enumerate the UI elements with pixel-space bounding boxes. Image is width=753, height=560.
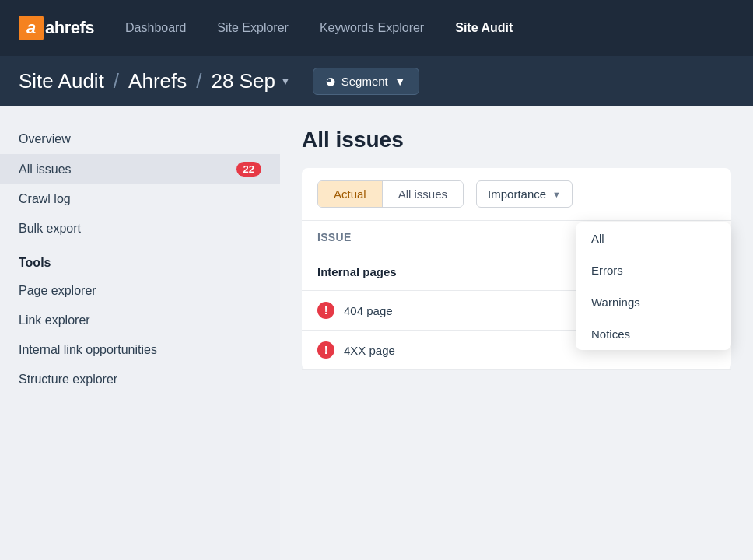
segment-button[interactable]: ◕ Segment ▼ — [313, 68, 419, 95]
issues-card: Actual All issues Importance ▼ All Error… — [302, 168, 731, 370]
top-navigation: a ahrefs Dashboard Site Explorer Keyword… — [0, 0, 753, 56]
page-title: All issues — [302, 128, 731, 152]
toggle-actual[interactable]: Actual — [318, 181, 383, 207]
all-issues-badge: 22 — [236, 162, 261, 177]
dropdown-option-errors[interactable]: Errors — [576, 254, 731, 286]
dropdown-option-warnings[interactable]: Warnings — [576, 286, 731, 318]
nav-site-audit[interactable]: Site Audit — [443, 15, 525, 41]
sidebar-item-all-issues[interactable]: All issues 22 — [0, 154, 280, 184]
segment-pie-icon: ◕ — [326, 75, 335, 87]
nav-keywords-explorer[interactable]: Keywords Explorer — [307, 15, 436, 41]
sidebar-page-explorer-label: Page explorer — [19, 284, 96, 298]
breadcrumb-sep-2: / — [196, 69, 201, 93]
sidebar-all-issues-label: All issues — [19, 163, 72, 177]
issue-text-404: 404 page — [344, 304, 393, 317]
importance-chevron-icon: ▼ — [552, 190, 561, 199]
sidebar-bulk-export-label: Bulk export — [19, 222, 81, 236]
dropdown-option-all[interactable]: All — [576, 222, 731, 254]
sidebar-item-crawl-log[interactable]: Crawl log — [0, 184, 280, 214]
error-icon-404 — [317, 302, 334, 319]
internal-pages-label: Internal pages — [317, 265, 397, 278]
sidebar: Overview All issues 22 Crawl log Bulk ex… — [0, 106, 280, 560]
issue-column-header: Issue — [317, 231, 352, 243]
sidebar-link-explorer-label: Link explorer — [19, 313, 90, 327]
issue-text-4xx: 4XX page — [344, 344, 395, 357]
main-layout: Overview All issues 22 Crawl log Bulk ex… — [0, 106, 753, 560]
nav-dashboard[interactable]: Dashboard — [113, 15, 198, 41]
toggle-all-issues[interactable]: All issues — [383, 181, 463, 207]
view-toggle-group: Actual All issues — [317, 180, 464, 208]
breadcrumb-site-audit: Site Audit — [19, 69, 104, 93]
sidebar-structure-explorer-label: Structure explorer — [19, 373, 117, 387]
segment-chevron-icon: ▼ — [394, 75, 406, 88]
sidebar-item-bulk-export[interactable]: Bulk export — [0, 214, 280, 243]
segment-label: Segment — [341, 75, 388, 88]
sidebar-item-internal-link-opportunities[interactable]: Internal link opportunities — [0, 335, 280, 365]
breadcrumb-date[interactable]: 28 Sep ▼ — [211, 69, 290, 93]
breadcrumb-sep-1: / — [114, 69, 119, 93]
importance-label: Importance — [488, 187, 546, 201]
logo-text: ahrefs — [45, 18, 94, 38]
logo[interactable]: a ahrefs — [19, 16, 94, 40]
sidebar-item-overview[interactable]: Overview — [0, 124, 280, 154]
sidebar-item-structure-explorer[interactable]: Structure explorer — [0, 365, 280, 394]
sidebar-item-link-explorer[interactable]: Link explorer — [0, 306, 280, 335]
main-content: All issues Actual All issues Importance … — [280, 106, 753, 560]
tools-section-title: Tools — [0, 243, 280, 276]
breadcrumb-date-chevron-icon: ▼ — [280, 75, 291, 87]
sidebar-item-page-explorer[interactable]: Page explorer — [0, 276, 280, 306]
breadcrumb-date-value: 28 Sep — [211, 69, 275, 93]
breadcrumb-bar: Site Audit / Ahrefs / 28 Sep ▼ ◕ Segment… — [0, 56, 753, 106]
sidebar-internal-link-label: Internal link opportunities — [19, 343, 157, 357]
error-icon-4xx — [317, 341, 334, 359]
sidebar-overview-label: Overview — [19, 132, 71, 146]
logo-a-letter: a — [19, 16, 44, 40]
nav-site-explorer[interactable]: Site Explorer — [205, 15, 301, 41]
dropdown-option-notices[interactable]: Notices — [576, 318, 731, 350]
importance-dropdown-button[interactable]: Importance ▼ — [476, 180, 573, 208]
breadcrumb-ahrefs: Ahrefs — [128, 69, 187, 93]
importance-dropdown-overlay: All Errors Warnings Notices — [576, 222, 731, 350]
sidebar-crawl-log-label: Crawl log — [19, 192, 71, 206]
issues-card-header: Actual All issues Importance ▼ All Error… — [302, 168, 731, 221]
